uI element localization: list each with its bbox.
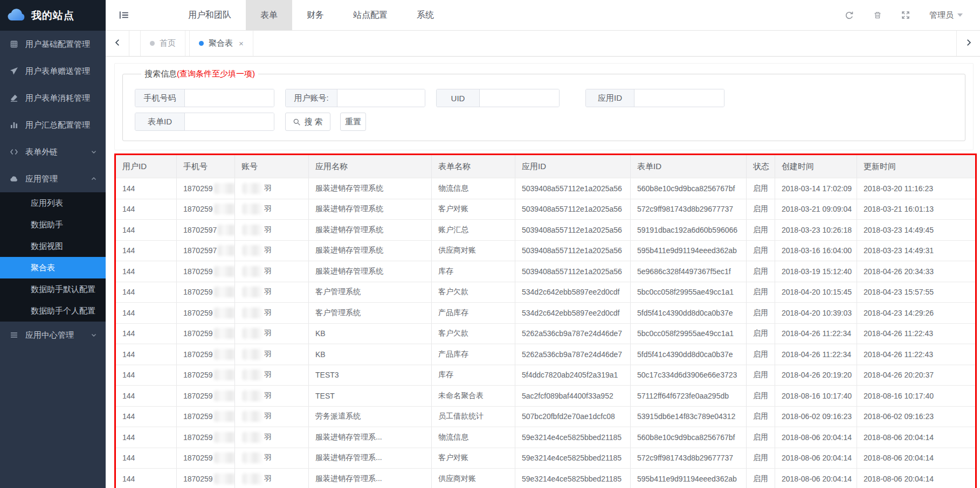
cell-updated-time: 2018-03-23 14:49:31 <box>857 241 975 261</box>
cell-updated-time: 2018-08-06 20:04:14 <box>857 427 975 448</box>
nav-tab-3[interactable]: 站点配置 <box>339 0 402 30</box>
cell-app-name: TEST <box>309 386 432 406</box>
cell-app-id: 507bc20fbfd2e70ae1dcfc08 <box>515 407 631 427</box>
redacted-blur <box>214 328 235 339</box>
cell-user-id: 144 <box>116 261 177 282</box>
table-body: 1441870259羽服装进销存管理系统物流信息5039408a557112e1… <box>116 178 975 488</box>
cell-form-name: 供应商对账 <box>432 241 515 261</box>
user-menu-label: 管理员 <box>929 10 954 20</box>
search-button[interactable]: 搜 索 <box>285 113 330 131</box>
page-tab-0[interactable]: 首页 <box>140 31 185 56</box>
nav-tab-1[interactable]: 表单 <box>246 0 292 30</box>
cell-phone: 1870259 <box>177 303 235 323</box>
search-field-group-2: UID <box>436 89 560 107</box>
sidebar-item-1[interactable]: 用户表单赠送管理 <box>0 58 106 85</box>
table-row: 1441870259羽服装进销存管理系...物流信息59e3214e4ce582… <box>116 427 975 448</box>
nav-tab-2[interactable]: 财务 <box>292 0 339 30</box>
cell-created-time: 2018-04-26 11:22:34 <box>775 324 857 344</box>
column-header-5: 应用ID <box>515 155 631 178</box>
cell-updated-time: 2018-06-02 09:16:23 <box>857 407 975 427</box>
search-field-input-1[interactable] <box>337 89 425 107</box>
search-legend-note: (查询条件至少填一项) <box>177 69 255 78</box>
cell-phone: 1870259 <box>177 324 235 344</box>
cell-form-id: 595b411e9d91194eeed362ab <box>631 241 747 261</box>
sidebar-item-0[interactable]: 用户基础配置管理 <box>0 31 106 58</box>
cell-created-time: 2018-08-06 20:04:14 <box>775 427 857 448</box>
sidebar-item-4[interactable]: 表单外链 <box>0 138 106 165</box>
table-row: 1441870259羽KB产品库存5262a536cb9a787e24d46de… <box>116 344 975 365</box>
cell-app-name: 客户管理系统 <box>309 282 432 303</box>
cell-phone: 1870259 <box>177 199 235 220</box>
nav-tab-0[interactable]: 用户和团队 <box>174 0 246 30</box>
nav-tab-4[interactable]: 系统 <box>402 0 448 30</box>
search-legend: 搜索信息(查询条件至少填一项) <box>141 69 258 79</box>
cell-user-id: 144 <box>116 178 177 199</box>
cell-account: 羽 <box>235 469 309 488</box>
tabs-scroll-right-button[interactable] <box>956 31 980 56</box>
reset-button[interactable]: 重置 <box>340 113 366 131</box>
sidebar-item-bottom[interactable]: 应用中心管理 <box>0 322 106 348</box>
cell-account: 羽 <box>235 324 309 344</box>
cell-updated-time: 2018-04-26 20:34:33 <box>857 261 975 282</box>
submenu-item-5[interactable]: 数据助手个人配置 <box>0 300 106 322</box>
table-row: 1441870259羽TEST3库存5f4ddc7820ab2405f2a319… <box>116 365 975 386</box>
sidebar-item-5[interactable]: 应用管理 <box>0 165 106 192</box>
column-header-7: 状态 <box>747 155 775 178</box>
submenu-item-3[interactable]: 聚合表 <box>0 257 106 278</box>
sidebar-item-label: 应用中心管理 <box>25 330 74 340</box>
sidebar-item-label: 用户表单消耗管理 <box>25 93 90 103</box>
caret-down-icon <box>957 13 963 17</box>
search-field-input-3[interactable] <box>634 89 724 107</box>
cell-updated-time: 2018-08-16 10:17:40 <box>857 386 975 406</box>
cloud-icon <box>10 175 18 183</box>
submenu-item-label: 数据视图 <box>31 241 63 252</box>
cell-phone: 1870259 <box>177 427 235 448</box>
redacted-blur <box>214 391 235 401</box>
grid-icon <box>10 40 18 48</box>
chevron-right-icon <box>965 39 972 48</box>
submenu-item-4[interactable]: 数据助手默认配置 <box>0 278 106 300</box>
cell-account: 羽 <box>235 220 309 240</box>
submenu-item-2[interactable]: 数据视图 <box>0 235 106 257</box>
close-icon[interactable]: × <box>239 39 244 48</box>
trash-icon[interactable] <box>873 11 882 19</box>
search-field-input-2[interactable] <box>480 89 559 107</box>
cell-app-id: 59e3214e4ce5825bbed21185 <box>515 448 631 469</box>
link-icon <box>10 148 18 156</box>
cell-form-name: 物流信息 <box>432 427 515 448</box>
cell-form-name: 供应商对账 <box>432 469 515 488</box>
cell-status: 启用 <box>747 178 775 199</box>
cell-created-time: 2018-03-19 15:12:40 <box>775 261 857 282</box>
eraser-icon <box>10 94 18 102</box>
table-row: 1441870259羽客户管理系统产品库存534d2c642ebb5897ee2… <box>116 302 975 323</box>
sidebar-item-2[interactable]: 用户表单消耗管理 <box>0 85 106 111</box>
page-tab-label: 聚合表 <box>209 38 233 48</box>
cell-app-name: 服装进销存管理系统 <box>309 241 432 261</box>
collapse-sidebar-icon[interactable] <box>119 0 129 30</box>
cell-updated-time: 2018-04-23 14:29:26 <box>857 303 975 323</box>
cell-phone: 1870259 <box>177 469 235 488</box>
search-field-input-4[interactable] <box>185 113 274 130</box>
cell-status: 启用 <box>747 324 775 344</box>
search-field-group-4: 表单ID <box>135 113 274 131</box>
cell-form-id: 5bc0cc058f29955ae49cc1a1 <box>631 282 747 303</box>
submenu-item-1[interactable]: 数据助手 <box>0 214 106 235</box>
user-menu[interactable]: 管理员 <box>929 10 963 20</box>
cell-form-name: 物流信息 <box>432 178 515 199</box>
page-tab-1[interactable]: 聚合表× <box>189 31 253 56</box>
submenu-item-0[interactable]: 应用列表 <box>0 192 106 214</box>
refresh-icon[interactable] <box>845 11 854 20</box>
redacted-blur <box>214 473 235 484</box>
fullscreen-icon[interactable] <box>901 11 910 19</box>
cell-user-id: 144 <box>116 199 177 220</box>
redacted-blur <box>218 225 235 235</box>
tabs-scroll-left-button[interactable] <box>106 31 129 56</box>
cell-form-name: 账户汇总 <box>432 220 515 240</box>
cell-status: 启用 <box>747 427 775 448</box>
chevron-down-icon <box>91 332 97 338</box>
sidebar-item-3[interactable]: 用户汇总配置管理 <box>0 111 106 138</box>
submenu-item-label: 应用列表 <box>31 198 63 208</box>
main-area: 用户和团队表单财务站点配置系统 管理员 首页聚合表× 搜索信息(查询条件至少填一… <box>106 0 980 488</box>
search-field-input-0[interactable] <box>185 89 274 107</box>
site-logo[interactable]: 我的站点 <box>0 0 106 31</box>
